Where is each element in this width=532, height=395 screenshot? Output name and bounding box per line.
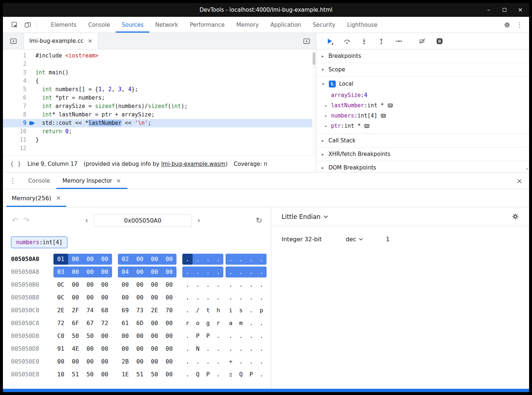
byte-cell[interactable]: 51: [133, 369, 147, 380]
ascii-cell[interactable]: .: [193, 267, 203, 277]
ascii-cell[interactable]: .: [236, 292, 246, 303]
ascii-cell[interactable]: .: [226, 343, 236, 354]
byte-cell[interactable]: 70: [162, 305, 176, 316]
tab-network[interactable]: Network: [149, 17, 184, 33]
byte-cell[interactable]: 00: [147, 279, 162, 290]
step-button[interactable]: [395, 38, 402, 45]
ascii-cell[interactable]: .: [246, 305, 256, 316]
byte-cell[interactable]: 2F: [68, 305, 83, 316]
byte-cell[interactable]: 00: [53, 356, 68, 367]
line-number[interactable]: 9: [3, 119, 32, 127]
step-over-button[interactable]: [343, 38, 350, 45]
ascii-cell[interactable]: .: [256, 267, 267, 277]
history-forward-button[interactable]: ↷: [23, 217, 30, 224]
byte-cell[interactable]: 50: [68, 331, 83, 342]
byte-cell[interactable]: 02: [118, 254, 133, 265]
memory-inspector-icon[interactable]: [387, 103, 393, 108]
byte-cell[interactable]: 00: [97, 292, 112, 303]
byte-cell[interactable]: 00: [133, 292, 147, 303]
ascii-cell[interactable]: h: [213, 305, 223, 316]
byte-cell[interactable]: 00: [83, 343, 97, 354]
ascii-cell[interactable]: .: [246, 292, 256, 303]
ascii-cell[interactable]: .: [213, 254, 223, 265]
tab-console[interactable]: Console: [82, 17, 116, 33]
close-drawer-button[interactable]: ×: [516, 172, 522, 189]
ascii-cell[interactable]: .: [236, 267, 246, 277]
step-out-button[interactable]: [378, 38, 385, 45]
ascii-cell[interactable]: .: [256, 254, 267, 265]
ascii-cell[interactable]: +: [226, 356, 236, 367]
byte-cell[interactable]: 01: [53, 254, 68, 265]
code-line-9[interactable]: 9 std::cout << *lastNumber << '\n';: [3, 119, 316, 127]
code-line-12[interactable]: 12: [3, 144, 316, 153]
ascii-cell[interactable]: .: [256, 343, 267, 354]
tab-lighthouse[interactable]: Lighthouse: [341, 17, 383, 33]
ascii-cell[interactable]: .: [246, 254, 256, 265]
byte-cell[interactable]: 00: [68, 356, 83, 367]
line-number[interactable]: 6: [3, 94, 32, 102]
byte-cell[interactable]: 2B: [118, 356, 133, 367]
previous-page-button[interactable]: ‹: [85, 217, 88, 224]
next-page-button[interactable]: ›: [197, 217, 200, 224]
file-tab[interactable]: lmi-bug-example.cc ×: [23, 33, 98, 49]
byte-cell[interactable]: 2E: [147, 305, 162, 316]
scope-local-row[interactable]: ▾LLocal: [316, 78, 529, 90]
byte-cell[interactable]: 91: [53, 343, 68, 354]
ascii-cell[interactable]: .: [203, 292, 213, 303]
show-navigator-button[interactable]: [3, 33, 23, 49]
byte-cell[interactable]: 68: [97, 305, 112, 316]
window-titlebar[interactable]: DevTools - localhost:4000/lmi-bug-exampl…: [3, 3, 529, 17]
byte-cell[interactable]: 00: [97, 356, 112, 367]
editor-scrollbar[interactable]: [312, 49, 316, 155]
tab-memory[interactable]: Memory: [231, 17, 265, 33]
byte-cell[interactable]: 72: [53, 318, 68, 329]
inspect-element-button[interactable]: [8, 17, 21, 33]
byte-cell[interactable]: 50: [147, 369, 162, 380]
ascii-cell[interactable]: .: [193, 356, 203, 367]
ascii-cell[interactable]: P: [193, 331, 203, 342]
settings-button[interactable]: [501, 22, 514, 28]
ascii-cell[interactable]: r: [213, 318, 223, 329]
byte-cell[interactable]: 67: [83, 318, 97, 329]
ascii-cell[interactable]: .: [213, 356, 223, 367]
ascii-cell[interactable]: s: [236, 305, 246, 316]
ascii-cell[interactable]: ▯: [226, 369, 236, 380]
code-line-11[interactable]: 11}: [3, 136, 316, 144]
drawer-menu-icon[interactable]: ⋮: [10, 172, 16, 189]
device-toolbar-button[interactable]: [21, 17, 34, 33]
triangle-collapsed-icon[interactable]: ▸: [324, 103, 328, 108]
byte-cell[interactable]: 2E: [53, 305, 68, 316]
ascii-cell[interactable]: .: [246, 267, 256, 277]
memory-inspector-icon[interactable]: [380, 113, 386, 119]
byte-cell[interactable]: 00: [162, 292, 176, 303]
byte-cell[interactable]: C0: [53, 331, 68, 342]
byte-cell[interactable]: 00: [162, 343, 176, 354]
byte-cell[interactable]: 00: [68, 254, 83, 265]
maximize-button[interactable]: [502, 7, 507, 13]
byte-cell[interactable]: 00: [162, 279, 176, 290]
ascii-cell[interactable]: .: [236, 343, 246, 354]
scope-variable-lastNumber[interactable]: ▸lastNumber: int *: [316, 100, 529, 111]
ascii-cell[interactable]: .: [182, 279, 193, 290]
byte-cell[interactable]: 6F: [68, 318, 83, 329]
line-number[interactable]: 7: [3, 102, 32, 111]
byte-cell[interactable]: 00: [162, 369, 176, 380]
ascii-cell[interactable]: .: [226, 331, 236, 342]
line-number[interactable]: 1: [3, 52, 32, 60]
ascii-cell[interactable]: o: [193, 318, 203, 329]
close-icon[interactable]: ×: [116, 178, 121, 184]
byte-cell[interactable]: 61: [118, 318, 133, 329]
code-line-6[interactable]: 6 int *ptr = numbers;: [3, 94, 316, 102]
byte-cell[interactable]: 00: [68, 292, 83, 303]
ascii-cell[interactable]: .: [182, 267, 193, 277]
ascii-cell[interactable]: .: [182, 356, 193, 367]
section-call-stack[interactable]: ▸Call Stack: [316, 134, 529, 148]
byte-cell[interactable]: 72: [97, 318, 112, 329]
line-number[interactable]: 10: [3, 127, 32, 136]
ascii-cell[interactable]: .: [246, 331, 256, 342]
scope-variable-ptr[interactable]: ▸ptr: int *: [316, 121, 529, 131]
memory-tab[interactable]: Memory(256) ×: [7, 189, 66, 207]
byte-cell[interactable]: 00: [147, 343, 162, 354]
ascii-cell[interactable]: /: [193, 305, 203, 316]
byte-cell[interactable]: 00: [133, 331, 147, 342]
